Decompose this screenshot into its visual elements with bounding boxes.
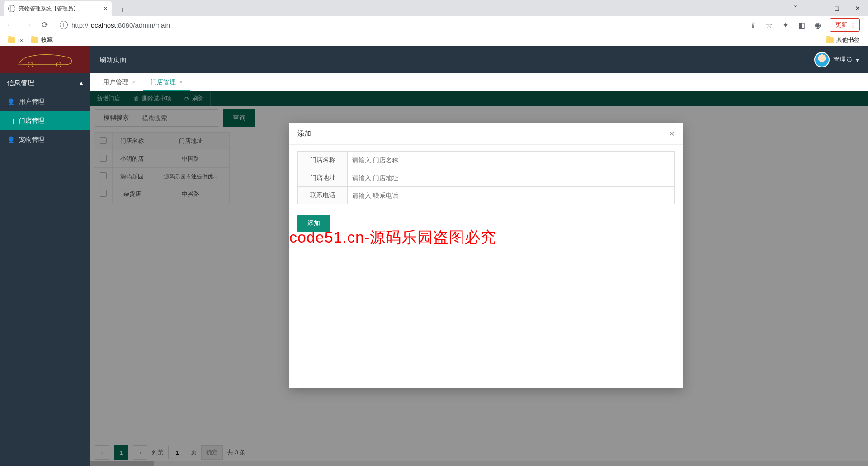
bookmark-label: 收藏 (41, 36, 53, 44)
sidebar-item-label: 门店管理 (19, 117, 44, 125)
tab-close-icon[interactable]: × (104, 5, 108, 13)
browser-chrome: 宠物管理系统【管理员】 × + ˅ ― ◻ ✕ ← → ⟳ i http://l… (0, 0, 868, 46)
store-phone-input[interactable] (347, 186, 675, 204)
browser-tab[interactable]: 宠物管理系统【管理员】 × (4, 1, 112, 16)
avatar (814, 52, 830, 67)
store-address-input[interactable] (347, 169, 675, 187)
form-row: 联系电话 (297, 186, 675, 204)
share-icon[interactable]: ⇪ (748, 21, 757, 29)
store-icon: ▤ (7, 117, 14, 124)
site-info-icon[interactable]: i (60, 21, 68, 29)
chevron-up-icon: ▴ (80, 79, 83, 87)
app-root: 信息管理 ▴ 👤 用户管理 ▤ 门店管理 👤 宠物管理 刷新页面 管理员▾ 用户… (0, 46, 868, 466)
field-label: 门店名称 (297, 151, 347, 169)
nav-back-icon[interactable]: ← (5, 19, 16, 31)
user-menu[interactable]: 管理员▾ (814, 52, 859, 67)
caret-down-icon: ▾ (856, 56, 859, 63)
user-icon: 👤 (7, 98, 14, 105)
sidebar-item-label: 用户管理 (19, 98, 44, 106)
sidebar-item-stores[interactable]: ▤ 门店管理 (0, 111, 90, 130)
field-label: 联系电话 (297, 186, 347, 204)
sidebar-category[interactable]: 信息管理 ▴ (0, 73, 90, 92)
window-controls: ˅ ― ◻ ✕ (785, 0, 868, 16)
sidepanel-icon[interactable]: ◧ (797, 21, 806, 29)
bookmark-star-icon[interactable]: ☆ (764, 21, 774, 29)
topbar-refresh-link[interactable]: 刷新页面 (99, 56, 127, 64)
folder-icon (31, 37, 38, 43)
store-name-input[interactable] (347, 151, 675, 169)
tab-close-icon[interactable]: × (132, 79, 136, 86)
sidebar-item-pets[interactable]: 👤 宠物管理 (0, 130, 90, 149)
tab-stores[interactable]: 门店管理 × (143, 73, 191, 91)
field-label: 门店地址 (297, 169, 347, 187)
window-close-icon[interactable]: ✕ (847, 5, 868, 12)
bookmark-label: 其他书签 (836, 36, 860, 44)
bookmark-label: rx (18, 37, 23, 43)
tab-close-icon[interactable]: × (179, 79, 183, 86)
kebab-icon: ⋮ (850, 22, 856, 29)
sidebar-category-label: 信息管理 (7, 79, 34, 87)
window-dropdown-icon[interactable]: ˅ (785, 5, 806, 12)
bookmark-item[interactable]: rx (8, 37, 23, 43)
modal-title: 添加 (297, 129, 311, 138)
globe-icon (8, 5, 15, 12)
profile-icon[interactable]: ◉ (813, 21, 822, 29)
modal-body: 门店名称 门店地址 联系电话 添加 (289, 145, 683, 238)
extensions-icon[interactable]: ✦ (781, 21, 790, 29)
folder-icon (8, 37, 15, 43)
url-host: localhost (90, 21, 116, 29)
bookmarks-bar: rx 收藏 其他书签 (0, 33, 868, 46)
app-logo (0, 46, 90, 73)
pet-icon: 👤 (7, 136, 14, 143)
url-protocol: http:// (71, 21, 89, 29)
content-tabs: 用户管理 × 门店管理 × (90, 73, 868, 91)
browser-tabstrip: 宠物管理系统【管理员】 × + ˅ ― ◻ ✕ (0, 0, 868, 16)
add-modal: 添加 × 门店名称 门店地址 联系电话 添加 (289, 123, 683, 388)
nav-reload-icon[interactable]: ⟳ (39, 19, 51, 31)
browser-update-button[interactable]: 更新 ⋮ (830, 18, 860, 32)
tab-label: 门店管理 (151, 78, 176, 86)
topbar: 刷新页面 管理员▾ (90, 46, 868, 73)
modal-submit-button[interactable]: 添加 (297, 215, 330, 232)
url-port: :8080 (116, 21, 133, 29)
form-row: 门店地址 (297, 169, 675, 187)
window-maximize-icon[interactable]: ◻ (826, 5, 847, 12)
tab-users[interactable]: 用户管理 × (96, 73, 143, 91)
browser-address-bar: ← → ⟳ i http://localhost:8080/admin/main… (0, 16, 868, 33)
modal-close-icon[interactable]: × (669, 128, 675, 139)
bookmark-other[interactable]: 其他书签 (826, 36, 860, 44)
folder-icon (826, 37, 834, 43)
browser-tab-title: 宠物管理系统【管理员】 (19, 5, 79, 13)
form-row: 门店名称 (297, 151, 675, 169)
tab-label: 用户管理 (103, 78, 128, 86)
sidebar-item-label: 宠物管理 (19, 136, 44, 144)
new-tab-button[interactable]: + (116, 4, 128, 16)
modal-header: 添加 × (289, 123, 683, 145)
url-path: /admin/main (133, 21, 170, 29)
url-field[interactable]: i http://localhost:8080/admin/main (56, 21, 743, 29)
update-label: 更新 (835, 21, 847, 29)
user-label: 管理员 (833, 56, 852, 64)
sidebar-item-users[interactable]: 👤 用户管理 (0, 92, 90, 111)
bookmark-item[interactable]: 收藏 (31, 36, 53, 44)
nav-forward-icon[interactable]: → (22, 19, 33, 31)
window-minimize-icon[interactable]: ― (806, 5, 826, 12)
sidebar: 信息管理 ▴ 👤 用户管理 ▤ 门店管理 👤 宠物管理 (0, 46, 90, 466)
